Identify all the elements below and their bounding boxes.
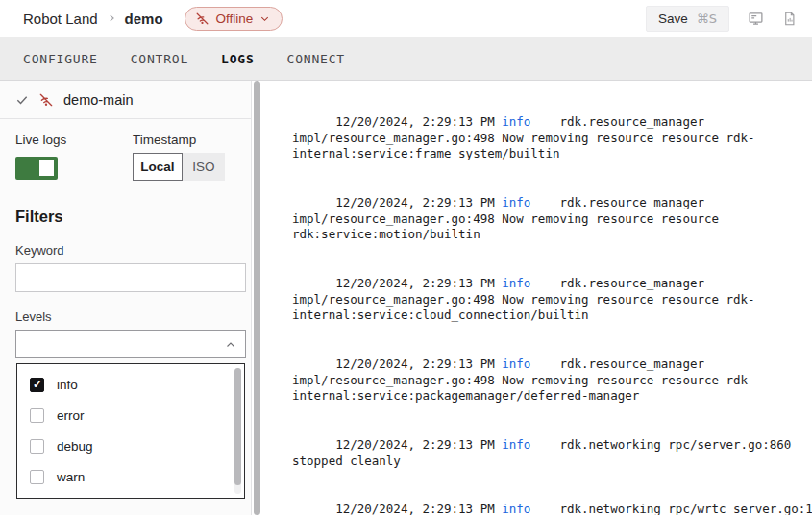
filters-title: Filters xyxy=(15,208,235,226)
keyword-input[interactable] xyxy=(15,263,246,292)
log-entry: 12/20/2024, 2:29:13 PM info rdk.resource… xyxy=(292,340,812,421)
log-level: info xyxy=(502,437,530,452)
save-label: Save xyxy=(658,12,688,26)
levels-label: Levels xyxy=(15,309,235,324)
breadcrumb: Robot Land demo xyxy=(23,11,163,27)
level-checkbox[interactable] xyxy=(30,470,44,484)
timestamp-iso-button[interactable]: ISO xyxy=(183,153,225,181)
breadcrumb-machine-name: demo xyxy=(125,11,163,27)
level-label: debug xyxy=(57,439,93,454)
log-level: info xyxy=(502,276,530,290)
wifi-off-icon xyxy=(195,12,209,26)
save-button[interactable]: Save ⌘S xyxy=(646,6,729,32)
tab-logs[interactable]: LOGS xyxy=(221,52,255,66)
levels-dropdown: info error debug warn fatal xyxy=(16,363,245,499)
live-logs-toggle[interactable] xyxy=(15,157,58,180)
status-label: Offline xyxy=(216,12,254,26)
tab-connect[interactable]: CONNECT xyxy=(287,52,345,66)
level-label: warn xyxy=(57,470,85,484)
log-entry: 12/20/2024, 2:29:13 PM info rdk.networki… xyxy=(292,485,812,515)
log-timestamp: 12/20/2024, 2:29:13 PM xyxy=(335,356,502,371)
part-name: demo-main xyxy=(63,92,134,108)
level-option-error[interactable]: error xyxy=(17,400,244,430)
chevron-up-icon xyxy=(225,339,236,351)
level-checkbox[interactable] xyxy=(30,439,44,454)
log-level: info xyxy=(502,502,530,515)
wifi-off-icon xyxy=(38,92,54,108)
log-entry: 12/20/2024, 2:29:13 PM info rdk.networki… xyxy=(292,421,812,485)
breadcrumb-org-link[interactable]: Robot Land xyxy=(23,11,98,27)
level-option-info[interactable]: info xyxy=(17,369,244,400)
level-checkbox[interactable] xyxy=(30,408,44,423)
log-level: info xyxy=(502,114,530,129)
log-entry: 12/20/2024, 2:29:13 PM info rdk.resource… xyxy=(292,259,812,340)
log-timestamp: 12/20/2024, 2:29:13 PM xyxy=(335,114,502,129)
level-label: error xyxy=(57,408,85,423)
timestamp-format-switch: Local ISO xyxy=(133,153,225,181)
top-header: Robot Land demo Offline Save ⌘S xyxy=(0,0,812,37)
check-icon xyxy=(15,93,29,107)
log-entry: 12/20/2024, 2:29:13 PM info rdk.resource… xyxy=(292,98,812,179)
chevron-right-icon xyxy=(107,13,116,23)
timestamp-label: Timestamp xyxy=(133,133,225,147)
content: demo-main Live logs Timestamp Local ISO … xyxy=(0,81,812,515)
sidebar: demo-main Live logs Timestamp Local ISO … xyxy=(0,81,252,515)
log-timestamp: 12/20/2024, 2:29:13 PM xyxy=(335,195,502,209)
live-logs-label: Live logs xyxy=(15,133,133,147)
tab-bar: CONFIGURECONTROLLOGSCONNECT xyxy=(0,37,812,81)
log-timestamp: 12/20/2024, 2:29:13 PM xyxy=(335,437,502,452)
log-scrollbar-thumb[interactable] xyxy=(254,81,260,515)
chevron-down-icon xyxy=(259,13,270,24)
keyword-label: Keyword xyxy=(15,243,235,258)
machine-status-dropdown[interactable]: Offline xyxy=(185,7,283,31)
log-list: 12/20/2024, 2:29:13 PM info rdk.resource… xyxy=(252,81,812,515)
levels-list: info error debug warn fatal xyxy=(17,369,244,499)
toggle-knob xyxy=(39,160,54,176)
log-level: info xyxy=(502,195,530,209)
log-timestamp: 12/20/2024, 2:29:13 PM xyxy=(335,502,502,515)
levels-select[interactable] xyxy=(15,330,246,358)
level-checkbox[interactable] xyxy=(30,378,44,392)
log-level: info xyxy=(502,356,530,371)
dropdown-scrollbar-thumb[interactable] xyxy=(234,368,241,485)
level-option-debug[interactable]: debug xyxy=(17,430,244,461)
log-timestamp: 12/20/2024, 2:29:13 PM xyxy=(335,276,502,290)
part-selector-demo-main[interactable]: demo-main xyxy=(0,81,251,119)
timestamp-local-button[interactable]: Local xyxy=(133,153,183,181)
log-entry: 12/20/2024, 2:29:13 PM info rdk.resource… xyxy=(292,179,812,259)
tab-control[interactable]: CONTROL xyxy=(131,52,188,66)
level-option-fatal[interactable]: fatal xyxy=(17,492,244,499)
tab-configure[interactable]: CONFIGURE xyxy=(23,52,98,66)
log-controls: Live logs Timestamp Local ISO xyxy=(15,133,235,181)
monitor-icon[interactable] xyxy=(748,11,764,27)
log-panel: 12/20/2024, 2:29:13 PM info rdk.resource… xyxy=(252,81,812,515)
dropdown-scrollbar-track xyxy=(234,368,241,494)
level-label: info xyxy=(57,378,78,392)
save-shortcut: ⌘S xyxy=(697,12,717,26)
level-option-warn[interactable]: warn xyxy=(17,461,244,492)
logs-file-icon[interactable] xyxy=(782,11,797,27)
